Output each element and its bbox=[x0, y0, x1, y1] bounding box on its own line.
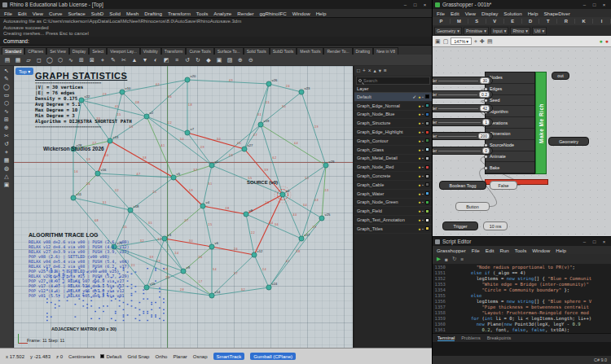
palette-icon-12[interactable]: ◍ bbox=[4, 165, 9, 172]
gh-tab-letter-8[interactable]: K bbox=[575, 19, 593, 24]
layers-search-input[interactable] bbox=[363, 78, 428, 83]
toolbar-tab-2[interactable]: Set View bbox=[46, 47, 69, 55]
lock-icon[interactable]: ▪ bbox=[422, 164, 424, 169]
graph-node[interactable] bbox=[266, 285, 271, 290]
status-toggle-active[interactable]: Gumball (CPlane) bbox=[250, 353, 296, 360]
layer-row[interactable]: Graph_Node_Red●▪ bbox=[354, 163, 432, 172]
graph-node[interactable] bbox=[209, 293, 214, 298]
graph-node[interactable] bbox=[71, 195, 76, 200]
script-toolbar-icon-2[interactable]: ↻ bbox=[452, 256, 456, 262]
menu-item-analyze[interactable]: Analyze bbox=[213, 11, 231, 16]
lightbulb-icon[interactable]: ● bbox=[418, 94, 420, 99]
minimize-button[interactable]: – bbox=[580, 1, 589, 8]
palette-icon-8[interactable]: ✂ bbox=[4, 133, 9, 139]
status-toggle-planar[interactable]: Planar bbox=[173, 354, 187, 359]
layer-row[interactable]: Graph_Text_Annotation●▪ bbox=[354, 216, 432, 225]
layer-color-swatch[interactable] bbox=[425, 112, 429, 116]
layer-color-swatch[interactable] bbox=[425, 121, 429, 125]
lock-icon[interactable]: ▪ bbox=[422, 208, 424, 213]
graph-node[interactable] bbox=[181, 269, 186, 274]
layers-toolbar-icon-2[interactable]: × bbox=[368, 68, 371, 74]
graph-node[interactable] bbox=[280, 192, 285, 197]
toolbar-icon-4[interactable]: ◯ bbox=[46, 57, 54, 64]
maximize-button[interactable]: □ bbox=[590, 238, 599, 245]
graph-node[interactable] bbox=[162, 236, 167, 241]
graph-node[interactable] bbox=[244, 212, 248, 217]
gh-tab-letter-0[interactable]: P bbox=[433, 19, 451, 24]
trigger-interval[interactable]: 10 ms bbox=[483, 221, 508, 230]
layer-row[interactable]: Graph_Node_Blue●▪ bbox=[354, 111, 432, 120]
lightbulb-icon[interactable]: ● bbox=[418, 173, 420, 178]
layers-toolbar-icon-5[interactable]: ≡ bbox=[384, 68, 387, 74]
script-editor-titlebar[interactable]: Script Editor –□× bbox=[433, 237, 611, 246]
palette-icon-3[interactable]: ▭ bbox=[4, 92, 10, 99]
layer-color-swatch[interactable] bbox=[425, 103, 429, 107]
lightbulb-icon[interactable]: ● bbox=[418, 147, 420, 152]
script-menu-item-help[interactable]: Help bbox=[556, 248, 566, 253]
gh-tab-letter-6[interactable]: T bbox=[539, 19, 557, 24]
toolbar-icon-2[interactable]: ▱ bbox=[24, 57, 33, 64]
toolbar-tab-15[interactable]: New in V8 bbox=[373, 47, 398, 55]
lock-icon[interactable]: ▪ bbox=[422, 191, 424, 196]
component-output-out[interactable]: out bbox=[552, 72, 569, 80]
palette-icon-13[interactable]: △ bbox=[4, 173, 8, 180]
graph-node[interactable] bbox=[185, 77, 190, 82]
status-layer-chip[interactable]: Default bbox=[100, 354, 121, 359]
gh-toolbar-status-icon-0[interactable]: ● bbox=[600, 38, 603, 44]
gh-menu-item-edit[interactable]: Edit bbox=[451, 11, 459, 16]
gh-toolbar-mid-icon-1[interactable]: ✚ bbox=[480, 38, 485, 45]
toolbar-tab-13[interactable]: Render To... bbox=[323, 47, 352, 55]
lock-icon[interactable]: ▪ bbox=[422, 129, 424, 134]
number-slider-4[interactable]: der200 bbox=[433, 132, 493, 140]
menu-item-edit[interactable]: Edit bbox=[18, 11, 27, 16]
maximize-button[interactable]: □ bbox=[590, 1, 599, 8]
palette-icon-10[interactable]: ⌖ bbox=[5, 149, 8, 156]
menu-item-solid[interactable]: Solid bbox=[109, 11, 121, 16]
minimize-button[interactable]: – bbox=[401, 1, 410, 8]
graph-node[interactable] bbox=[200, 204, 205, 208]
graph-node[interactable] bbox=[258, 122, 263, 127]
component-input-animate[interactable]: Animate bbox=[486, 151, 534, 163]
toolbar-icon-20[interactable]: ▣ bbox=[215, 57, 223, 64]
script-menu-item-run[interactable]: Run bbox=[499, 248, 508, 253]
graph-node[interactable] bbox=[242, 147, 247, 151]
toolbar-icon-19[interactable]: ◆ bbox=[204, 57, 213, 64]
toolbar-icon-11[interactable]: ✂ bbox=[120, 57, 128, 64]
menu-item-file[interactable]: File bbox=[4, 11, 12, 16]
gh-menu-item-help[interactable]: Help bbox=[528, 11, 538, 16]
layer-color-swatch[interactable] bbox=[425, 130, 429, 134]
toolbar-icon-10[interactable]: ✎ bbox=[109, 57, 117, 64]
zoom-level[interactable]: 147%▾ bbox=[451, 37, 472, 45]
lightbulb-icon[interactable]: ● bbox=[418, 164, 420, 169]
toolbar-icon-5[interactable]: ⬡ bbox=[56, 57, 64, 64]
layers-toolbar-icon-0[interactable]: □ bbox=[357, 68, 360, 74]
lock-icon[interactable]: ▪ bbox=[422, 147, 424, 152]
layer-color-swatch[interactable] bbox=[425, 191, 429, 195]
component-input-nodes[interactable]: Nodes bbox=[486, 72, 534, 84]
gh-toolbar-mid-icon-0[interactable]: ⌖ bbox=[474, 38, 477, 45]
category-dropdown-primitive[interactable]: Primitive▾ bbox=[464, 27, 489, 35]
layers-toolbar-icon-3[interactable]: ▴ bbox=[374, 68, 376, 74]
graph-node[interactable] bbox=[144, 114, 149, 119]
toolbar-icon-8[interactable]: ⊠ bbox=[88, 57, 96, 64]
graph-node[interactable] bbox=[299, 236, 304, 241]
toolbar-icon-15[interactable]: ◩ bbox=[162, 57, 170, 64]
gh-menu-item-file[interactable]: File bbox=[437, 11, 445, 16]
lock-icon[interactable]: ▪ bbox=[422, 156, 424, 160]
gh-menu-item-shapediver[interactable]: ShapeDiver bbox=[543, 11, 569, 16]
gh-tab-letter-1[interactable]: M bbox=[451, 19, 468, 24]
script-menu-item-file[interactable]: File bbox=[472, 248, 480, 253]
lock-icon[interactable]: ▪ bbox=[422, 173, 424, 178]
graph-node[interactable] bbox=[185, 130, 190, 135]
layer-color-swatch[interactable] bbox=[425, 174, 429, 178]
toolbar-icon-13[interactable]: ▼ bbox=[141, 57, 149, 63]
layer-color-swatch[interactable] bbox=[425, 209, 429, 213]
number-slider-5[interactable]: der0 bbox=[433, 147, 493, 155]
layer-row[interactable]: Graph_Glass●▪ bbox=[354, 146, 432, 155]
layer-row[interactable]: Graph_Contour●▪ bbox=[354, 137, 432, 146]
lightbulb-icon[interactable]: ● bbox=[418, 121, 420, 125]
status-toggle-osnap[interactable]: Osnap bbox=[193, 354, 208, 359]
toolbar-tab-12[interactable]: Mesh Tools bbox=[297, 47, 323, 55]
toolbar-icon-0[interactable]: ▤ bbox=[3, 57, 11, 64]
lightbulb-icon[interactable]: ● bbox=[418, 103, 420, 108]
